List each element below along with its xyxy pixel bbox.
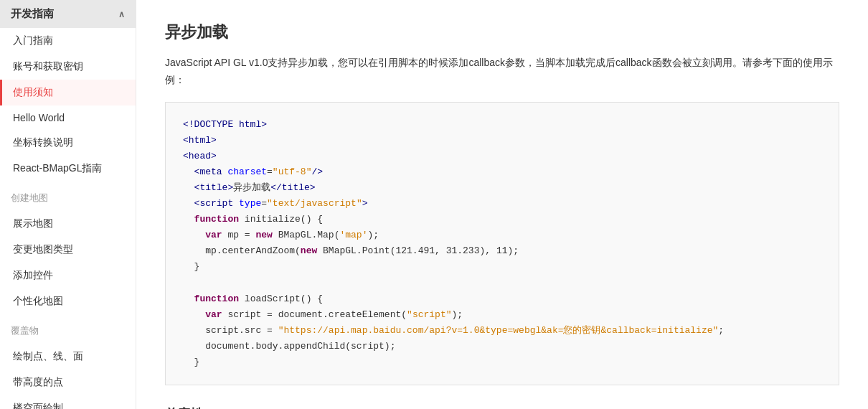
sidebar-section-create: 创建地图 xyxy=(0,182,136,211)
sidebar-item-show[interactable]: 展示地图 xyxy=(0,211,136,237)
sidebar-header[interactable]: 开发指南 ∧ xyxy=(0,0,136,28)
sidebar-item-maptype[interactable]: 变更地图类型 xyxy=(0,237,136,263)
code-line-10: } xyxy=(183,259,821,275)
sidebar-item-helloworld[interactable]: Hello World xyxy=(0,105,136,130)
sidebar-item-custom[interactable]: 个性化地图 xyxy=(0,288,136,314)
code-line-2: <html> xyxy=(183,133,821,149)
code-line-5: <title>异步加载</title> xyxy=(183,180,821,196)
code-line-11 xyxy=(183,276,821,291)
code-line-1: <!DOCTYPE html> xyxy=(183,117,821,133)
intro-text: JavaScript API GL v1.0支持异步加载，您可以在引用脚本的时候… xyxy=(165,55,839,89)
page-title: 异步加载 xyxy=(165,22,839,43)
compat-title: 兼容性 xyxy=(165,405,839,409)
code-line-12: function loadScript() { xyxy=(183,291,821,307)
sidebar-section-overlay: 覆盖物 xyxy=(0,314,136,344)
sidebar-item-coord[interactable]: 坐标转换说明 xyxy=(0,130,136,156)
chevron-up-icon: ∧ xyxy=(118,9,125,19)
code-line-6: <script type="text/javascript"> xyxy=(183,196,821,212)
sidebar-item-react[interactable]: React-BMapGL指南 xyxy=(0,156,136,182)
code-line-4: <meta charset="utf-8"/> xyxy=(183,164,821,180)
sidebar-item-heightpoint[interactable]: 带高度的点 xyxy=(0,370,136,395)
code-line-15: document.body.appendChild(script); xyxy=(183,339,821,354)
code-line-7: function initialize() { xyxy=(183,212,821,227)
sidebar-item-account[interactable]: 账号和获取密钥 xyxy=(0,54,136,80)
sidebar-item-rumen[interactable]: 入门指南 xyxy=(0,28,136,54)
code-line-13: var script = document.createElement("scr… xyxy=(183,307,821,323)
code-line-3: <head> xyxy=(183,149,821,164)
sidebar-item-draw[interactable]: 绘制点、线、面 xyxy=(0,344,136,370)
code-line-8: var mp = new BMapGL.Map('map'); xyxy=(183,227,821,243)
sidebar-item-addctrl[interactable]: 添加控件 xyxy=(0,263,136,288)
code-line-16: } xyxy=(183,354,821,370)
sidebar-item-prism[interactable]: 楼空面绘制 xyxy=(0,395,136,409)
code-line-9: mp.centerAndZoom(new BMapGL.Point(121.49… xyxy=(183,243,821,259)
code-block: <!DOCTYPE html> <html> <head> <meta char… xyxy=(165,102,839,386)
sidebar-item-shiyong[interactable]: 使用须知 xyxy=(0,80,136,105)
code-line-14: script.src = "https://api.map.baidu.com/… xyxy=(183,323,821,339)
sidebar: 开发指南 ∧ 入门指南 账号和获取密钥 使用须知 Hello World 坐标转… xyxy=(0,0,136,409)
main-content: 异步加载 JavaScript API GL v1.0支持异步加载，您可以在引用… xyxy=(136,0,868,409)
sidebar-header-label: 开发指南 xyxy=(11,7,54,21)
